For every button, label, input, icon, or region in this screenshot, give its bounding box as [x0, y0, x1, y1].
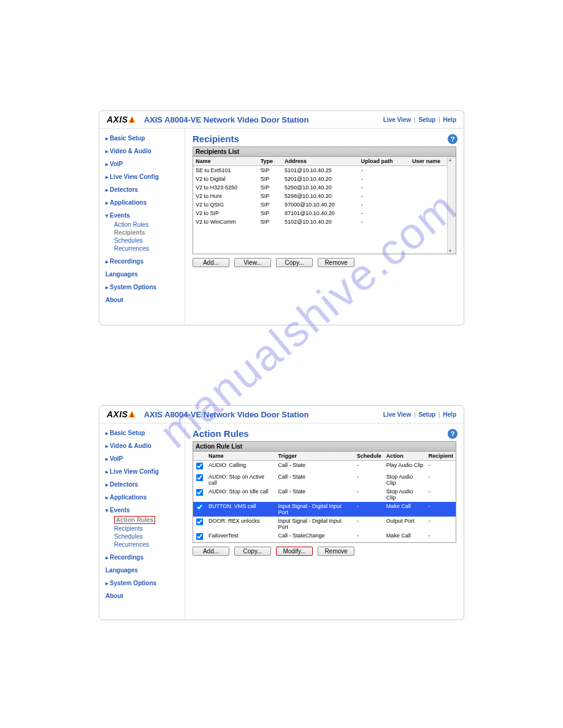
- cell-trigger: Input Signal - Digital Input Port: [275, 517, 354, 531]
- topnav-sep: |: [437, 411, 442, 418]
- window-recipients: AXIS AXIS A8004-VE Network Video Door St…: [99, 110, 464, 325]
- table-row[interactable]: AUDIO: Stop on Idle callCall - State-Sto…: [193, 487, 456, 502]
- remove-button[interactable]: Remove: [318, 547, 354, 556]
- sidebar-item-video-audio[interactable]: Video & Audio: [105, 148, 151, 154]
- sidebar-subitem-action-rules[interactable]: Action Rules: [116, 517, 153, 523]
- topnav-help[interactable]: Help: [443, 411, 456, 418]
- product-title: AXIS A8004-VE Network Video Door Station: [144, 115, 309, 124]
- sidebar-subitem-schedules[interactable]: Schedules: [114, 237, 143, 244]
- sidebar-item-live-view-config[interactable]: Live View Config: [105, 468, 159, 475]
- cell-address: 87101@10.10.40.20: [282, 209, 359, 218]
- topnav: Live View | Setup | Help: [383, 411, 456, 418]
- sidebar-item-applications[interactable]: Applications: [105, 199, 147, 206]
- cell-name: AUDIO: Stop on Active call: [206, 472, 275, 487]
- cell-upload: -: [359, 218, 410, 226]
- modify-button[interactable]: Modify...: [276, 547, 313, 556]
- recipients-list-label: Recipients List: [193, 146, 456, 156]
- column-header: Address: [282, 157, 359, 166]
- cell-type: SIP: [258, 183, 282, 192]
- topnav-setup[interactable]: Setup: [418, 116, 435, 123]
- sidebar-subitem-schedules[interactable]: Schedules: [114, 533, 143, 540]
- sidebar-item-recordings[interactable]: Recordings: [105, 258, 144, 265]
- cell-address: 5102@10.10.40.20: [282, 218, 359, 226]
- sidebar-item-system-options[interactable]: System Options: [105, 284, 156, 290]
- cell-name: SE to Ext5101: [193, 166, 258, 175]
- sidebar-subitem-recipients[interactable]: Recipients: [114, 525, 143, 532]
- sidebar-item-languages[interactable]: Languages: [105, 567, 138, 574]
- sidebar-item-video-audio[interactable]: Video & Audio: [105, 442, 151, 449]
- topnav-sep: |: [413, 116, 417, 123]
- view-button[interactable]: View...: [234, 258, 271, 267]
- actionrules-table: NameTriggerScheduleActionRecipient AUDIO…: [193, 452, 456, 543]
- table-row[interactable]: V2 to QSIGSIP97000@10.10.40.20-: [193, 200, 456, 209]
- cell-name: V2 to Hunt: [193, 192, 258, 200]
- enable-checkbox[interactable]: [196, 504, 204, 511]
- cell-name: V2 to QSIG: [193, 200, 258, 209]
- enable-checkbox[interactable]: [196, 463, 204, 470]
- scrollbar[interactable]: ▴▾: [447, 157, 456, 254]
- sidebar-item-voip[interactable]: VoIP: [105, 161, 123, 167]
- sidebar-item-languages[interactable]: Languages: [105, 271, 138, 278]
- table-row[interactable]: V2 to H323-5250SIP5250@10.10.40.20-: [193, 183, 456, 192]
- sidebar-item-about[interactable]: About: [105, 297, 123, 303]
- enable-checkbox[interactable]: [196, 489, 204, 496]
- sidebar-item-events[interactable]: Events: [105, 212, 130, 219]
- table-row[interactable]: AUDIO: CallingCall - State-Play Audio Cl…: [193, 461, 456, 473]
- actionrules-list-label: Action Rule List: [193, 441, 456, 451]
- cell-trigger: Call - State: [275, 461, 354, 473]
- enable-checkbox[interactable]: [196, 533, 204, 540]
- table-row[interactable]: DOOR: REX unlocksInput Signal - Digital …: [193, 517, 456, 531]
- sidebar-item-live-view-config[interactable]: Live View Config: [105, 173, 159, 180]
- cell-upload: -: [359, 183, 410, 192]
- cell-recipient: -: [426, 461, 456, 473]
- sidebar-item-basic-setup[interactable]: Basic Setup: [105, 135, 145, 142]
- actionrules-button-row: Add... Copy... Modify... Remove: [193, 547, 456, 556]
- table-row[interactable]: AUDIO: Stop on Active callCall - State-S…: [193, 472, 456, 487]
- sidebar-item-events[interactable]: Events: [105, 507, 130, 514]
- sidebar-subitem-recurrences[interactable]: Recurrences: [114, 245, 149, 252]
- topnav-setup[interactable]: Setup: [418, 411, 435, 418]
- cell-schedule: -: [354, 461, 384, 473]
- copy-button[interactable]: Copy...: [234, 547, 271, 556]
- cell-action: Make Call: [384, 531, 426, 543]
- sidebar-subitem-action-rules[interactable]: Action Rules: [114, 221, 148, 228]
- cell-recipient: -: [426, 531, 456, 543]
- cell-name: AUDIO: Stop on Idle call: [206, 487, 275, 502]
- sidebar-item-voip[interactable]: VoIP: [105, 455, 123, 462]
- add-button[interactable]: Add...: [193, 258, 229, 267]
- table-row[interactable]: FailoverTestCall - StateChange-Make Call…: [193, 531, 456, 543]
- add-button[interactable]: Add...: [193, 547, 229, 556]
- product-title: AXIS A8004-VE Network Video Door Station: [144, 410, 309, 419]
- sidebar-subitem-recurrences[interactable]: Recurrences: [114, 541, 149, 548]
- cell-address: 5101@10.10.40.25: [282, 166, 359, 175]
- sidebar-item-recordings[interactable]: Recordings: [105, 554, 144, 561]
- table-row[interactable]: V2 to HuntSIP5298@10.10.40.20-: [193, 192, 456, 200]
- sidebar-item-detectors[interactable]: Detectors: [105, 481, 138, 488]
- sidebar-item-system-options[interactable]: System Options: [105, 580, 156, 586]
- topnav-liveview[interactable]: Live View: [383, 411, 411, 418]
- cell-action: Play Audio Clip: [384, 461, 426, 473]
- window-action-rules: AXIS AXIS A8004-VE Network Video Door St…: [99, 405, 464, 620]
- page-title: Action Rules: [193, 428, 456, 439]
- sidebar-item-applications[interactable]: Applications: [105, 494, 147, 501]
- help-icon[interactable]: ?: [448, 429, 458, 439]
- table-row[interactable]: BUTTON: VMS callInput Signal - Digital I…: [193, 502, 456, 517]
- topnav-help[interactable]: Help: [443, 116, 456, 123]
- sidebar-item-basic-setup[interactable]: Basic Setup: [105, 430, 145, 436]
- sidebar-subitem-recipients[interactable]: Recipients: [114, 229, 145, 236]
- enable-checkbox[interactable]: [196, 474, 204, 482]
- cell-name: BUTTON: VMS call: [206, 502, 275, 517]
- topnav-liveview[interactable]: Live View: [383, 116, 411, 123]
- sidebar-item-about[interactable]: About: [105, 593, 123, 599]
- remove-button[interactable]: Remove: [318, 258, 354, 267]
- table-row[interactable]: V2 to SIPSIP87101@10.10.40.20-: [193, 209, 456, 218]
- sidebar-item-detectors[interactable]: Detectors: [105, 186, 138, 193]
- table-row[interactable]: V2 to WinCommSIP5102@10.10.40.20-: [193, 218, 456, 226]
- topnav-sep: |: [437, 116, 442, 123]
- topbar: AXIS AXIS A8004-VE Network Video Door St…: [99, 111, 464, 129]
- table-row[interactable]: V2 to DigitalSIP5201@10.10.40.20-: [193, 175, 456, 183]
- enable-checkbox[interactable]: [196, 518, 204, 526]
- table-row[interactable]: SE to Ext5101SIP5101@10.10.40.25-: [193, 166, 456, 175]
- copy-button[interactable]: Copy...: [276, 258, 313, 267]
- help-icon[interactable]: ?: [448, 134, 458, 144]
